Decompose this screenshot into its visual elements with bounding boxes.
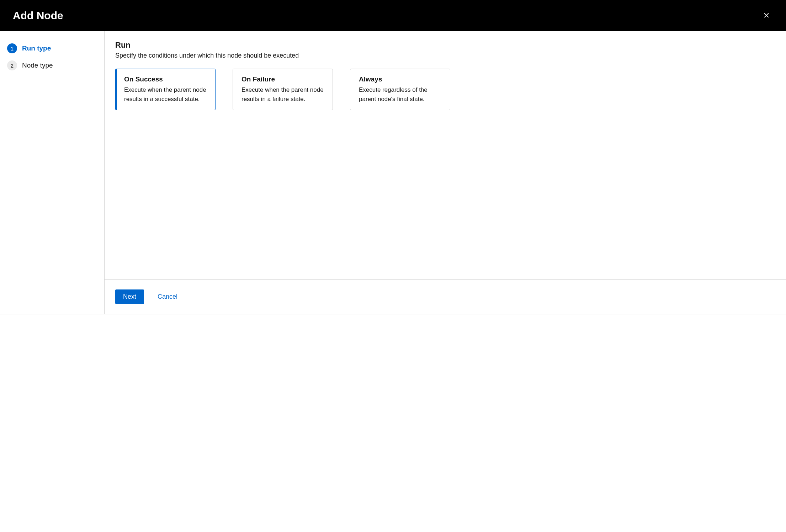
close-button[interactable] — [760, 9, 773, 23]
modal-header: Add Node — [0, 0, 786, 31]
option-description: Execute regardless of the parent node's … — [359, 85, 441, 103]
wizard-steps-sidebar: 1 Run type 2 Node type — [0, 31, 105, 314]
run-type-options: On Success Execute when the parent node … — [115, 69, 775, 110]
modal-body: 1 Run type 2 Node type Run Specify the c… — [0, 31, 786, 314]
option-always[interactable]: Always Execute regardless of the parent … — [350, 69, 450, 110]
option-on-failure[interactable]: On Failure Execute when the parent node … — [233, 69, 333, 110]
wizard-step-node-type[interactable]: 2 Node type — [7, 57, 97, 74]
step-label: Run type — [22, 44, 51, 52]
wizard-step-run-type[interactable]: 1 Run type — [7, 40, 97, 57]
modal-title: Add Node — [13, 10, 63, 22]
cancel-button[interactable]: Cancel — [158, 289, 177, 304]
content-area: Run Specify the conditions under which t… — [105, 31, 786, 279]
option-title: On Failure — [241, 75, 324, 83]
main-panel: Run Specify the conditions under which t… — [105, 31, 786, 314]
option-title: On Success — [124, 75, 207, 83]
step-number-badge: 1 — [7, 43, 17, 53]
close-icon — [763, 11, 770, 20]
step-number-badge: 2 — [7, 60, 17, 70]
option-on-success[interactable]: On Success Execute when the parent node … — [115, 69, 216, 110]
step-label: Node type — [22, 62, 53, 69]
next-button[interactable]: Next — [115, 289, 144, 304]
section-description: Specify the conditions under which this … — [115, 52, 775, 59]
option-title: Always — [359, 75, 441, 83]
section-title: Run — [115, 41, 775, 50]
option-description: Execute when the parent node results in … — [241, 85, 324, 103]
wizard-footer: Next Cancel — [105, 279, 786, 314]
option-description: Execute when the parent node results in … — [124, 85, 207, 103]
